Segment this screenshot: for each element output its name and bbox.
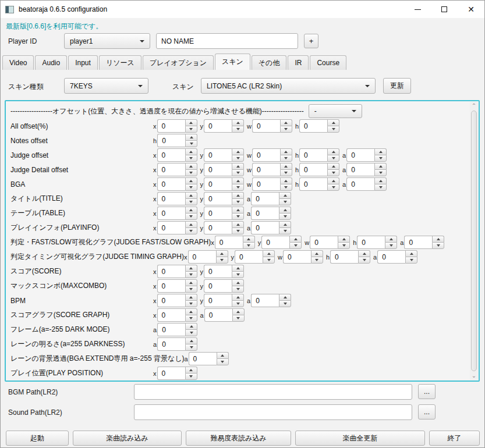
spinner-up-button[interactable] (185, 134, 197, 140)
spinner-up-button[interactable] (311, 250, 323, 257)
spinner-up-button[interactable] (280, 119, 292, 126)
spinner-value-input[interactable]: 0 (204, 192, 232, 205)
spinner-down-button[interactable] (289, 242, 302, 249)
spinner-value-input[interactable]: 0 (252, 177, 280, 191)
spinner-up-button[interactable] (327, 177, 339, 184)
spinner-up-button[interactable] (232, 308, 245, 315)
spinner-down-button[interactable] (185, 271, 197, 278)
spinner-down-button[interactable] (280, 155, 292, 162)
spinner-up-button[interactable] (374, 148, 387, 155)
spinner-up-button[interactable] (279, 207, 291, 213)
update-available-link[interactable]: 最新版[0.6.6]を利用可能です。 (6, 22, 102, 31)
minimize-button[interactable] (404, 1, 431, 18)
spinner-down-button[interactable] (185, 169, 197, 176)
spinner-down-button[interactable] (232, 198, 244, 205)
spinner-down-button[interactable] (338, 242, 350, 249)
spinner-value-input[interactable]: 0 (251, 192, 279, 205)
spinner-value-input[interactable]: 0 (299, 163, 327, 176)
spinner-down-button[interactable] (279, 227, 291, 234)
tab-audio[interactable]: Audio (35, 55, 67, 70)
spinner-value-input[interactable]: 0 (310, 236, 338, 249)
spinner-value-input[interactable]: 0 (251, 207, 279, 220)
spinner-up-button[interactable] (232, 265, 244, 271)
spinner-value-input[interactable]: 0 (346, 148, 374, 162)
spinner-value-input[interactable]: 0 (157, 134, 185, 147)
spinner-value-input[interactable]: 0 (204, 294, 232, 307)
spinner-up-button[interactable] (280, 148, 292, 155)
close-button[interactable]: ✕ (458, 1, 484, 18)
spinner-down-button[interactable] (185, 198, 197, 205)
spinner-down-button[interactable] (279, 198, 291, 205)
spinner-down-button[interactable] (185, 344, 197, 351)
spinner-value-input[interactable]: 0 (204, 207, 232, 220)
spinner-up-button[interactable] (232, 177, 244, 184)
spinner-down-button[interactable] (327, 169, 339, 176)
spinner-down-button[interactable] (185, 315, 197, 322)
spinner-up-button[interactable] (232, 294, 244, 300)
spinner-value-input[interactable]: 0 (157, 207, 185, 220)
spinner-down-button[interactable] (327, 126, 339, 133)
skin-select[interactable]: LITONE5 AC (LR2 Skin) (201, 78, 376, 94)
spinner-value-input[interactable]: 0 (204, 119, 232, 133)
spinner-value-input[interactable]: 0 (204, 163, 232, 176)
load-difficulty-tables-button[interactable]: 難易度表読み込み (186, 431, 291, 446)
spinner-value-input[interactable]: 0 (404, 236, 432, 249)
player-id-select[interactable]: player1 (64, 33, 150, 49)
spinner-value-input[interactable]: 0 (346, 163, 374, 176)
spinner-up-button[interactable] (432, 236, 444, 242)
spinner-down-button[interactable] (185, 184, 197, 191)
spinner-up-button[interactable] (185, 148, 197, 155)
spinner-value-input[interactable]: 0 (252, 119, 280, 133)
spinner-down-button[interactable] (374, 184, 387, 191)
spinner-value-input[interactable]: 0 (157, 192, 185, 205)
spinner-up-button[interactable] (185, 163, 197, 169)
spinner-down-button[interactable] (232, 286, 244, 293)
spinner-down-button[interactable] (232, 155, 244, 162)
spinner-value-input[interactable]: 0 (204, 308, 232, 322)
tab-ir[interactable]: IR (288, 55, 309, 70)
spinner-up-button[interactable] (279, 221, 291, 227)
spinner-up-button[interactable] (185, 367, 197, 373)
spinner-down-button[interactable] (232, 213, 244, 220)
spinner-down-button[interactable] (232, 315, 245, 322)
spinner-down-button[interactable] (232, 184, 244, 191)
spinner-up-button[interactable] (232, 148, 244, 155)
spinner-up-button[interactable] (385, 236, 397, 242)
spinner-down-button[interactable] (358, 257, 370, 264)
update-all-songs-button[interactable]: 楽曲全更新 (295, 431, 425, 446)
spinner-down-button[interactable] (185, 286, 197, 293)
skin-update-button[interactable]: 更新 (383, 78, 411, 94)
spinner-down-button[interactable] (327, 155, 339, 162)
spinner-down-button[interactable] (327, 184, 339, 191)
spinner-value-input[interactable]: 0 (157, 148, 185, 162)
spinner-down-button[interactable] (185, 126, 197, 133)
spinner-up-button[interactable] (185, 308, 197, 315)
spinner-value-input[interactable]: 0 (157, 308, 185, 322)
spinner-up-button[interactable] (217, 352, 229, 358)
spinner-down-button[interactable] (432, 242, 444, 249)
spinner-value-input[interactable]: 0 (261, 236, 289, 249)
spinner-value-input[interactable]: 0 (251, 221, 279, 234)
spinner-down-button[interactable] (185, 329, 197, 336)
launch-button[interactable]: 起動 (6, 431, 69, 446)
offset-target-select[interactable]: - (309, 104, 362, 118)
spinner-up-button[interactable] (185, 323, 197, 329)
bgm-path-input[interactable] (134, 384, 412, 400)
spinner-value-input[interactable]: 0 (252, 148, 280, 162)
spinner-value-input[interactable]: 0 (188, 250, 216, 264)
spinner-up-button[interactable] (185, 265, 197, 271)
spinner-up-button[interactable] (232, 221, 244, 227)
player-name-input[interactable]: NO NAME (156, 33, 298, 49)
spinner-value-input[interactable]: 0 (204, 221, 232, 234)
spinner-value-input[interactable]: 0 (189, 352, 217, 365)
spinner-down-button[interactable] (185, 213, 197, 220)
spinner-up-button[interactable] (327, 148, 339, 155)
spinner-up-button[interactable] (263, 250, 275, 257)
spinner-down-button[interactable] (280, 126, 292, 133)
spinner-up-button[interactable] (279, 294, 291, 300)
tab-course[interactable]: Course (310, 55, 346, 70)
spinner-down-button[interactable] (279, 300, 291, 307)
spinner-down-button[interactable] (243, 242, 255, 249)
spinner-up-button[interactable] (280, 177, 292, 184)
spinner-up-button[interactable] (289, 236, 302, 242)
